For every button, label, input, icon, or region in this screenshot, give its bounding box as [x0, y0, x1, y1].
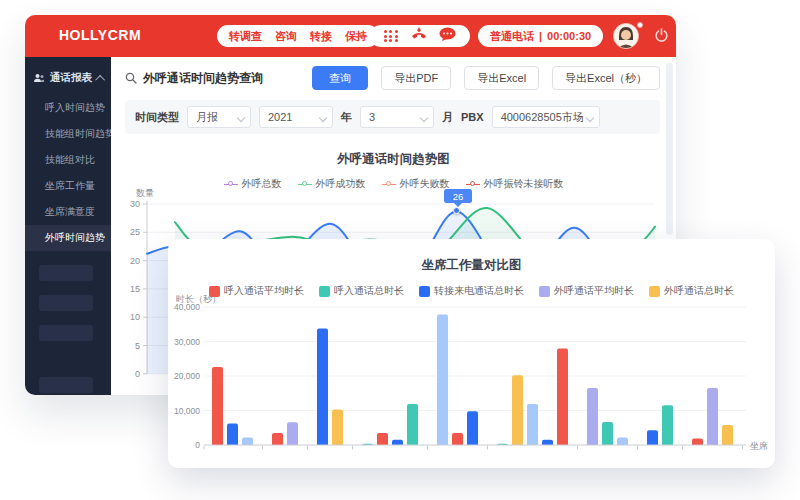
year-select[interactable]: 2021	[259, 106, 333, 128]
svg-text:坐席: 坐席	[750, 441, 768, 451]
chevron-up-icon	[95, 74, 105, 84]
sidebar-skeleton-item	[39, 265, 93, 281]
query-row: 外呼通话时间趋势查询 查询 导出PDF导出Excel导出Excel（秒）	[111, 57, 676, 98]
bar[interactable]	[272, 433, 283, 445]
tool-bar	[370, 25, 470, 47]
month-suffix-label: 月	[442, 110, 453, 125]
apps-grid-icon[interactable]	[384, 30, 399, 42]
sidebar-item-2[interactable]: 技能组对比	[25, 147, 111, 173]
year-suffix-label: 年	[341, 110, 352, 125]
bar[interactable]	[557, 348, 568, 445]
chevron-down-icon	[319, 114, 327, 122]
marked-data-point	[453, 207, 460, 214]
svg-text:时长（秒）: 时长（秒）	[176, 294, 221, 304]
app-logo: HOLLYCRM	[59, 27, 141, 43]
chevron-down-icon	[585, 114, 593, 122]
call-action-bar: 转调查咨询转接保持	[217, 25, 379, 47]
svg-text:10: 10	[130, 312, 140, 322]
export-button-2[interactable]: 导出Excel（秒）	[552, 66, 660, 90]
logout-power-icon[interactable]	[654, 28, 669, 43]
pbx-label: PBX	[461, 111, 484, 123]
svg-text:10,000: 10,000	[174, 406, 200, 416]
call-action-0[interactable]: 转调查	[229, 29, 262, 44]
bar[interactable]	[212, 367, 223, 445]
page-title: 外呼通话时间趋势查询	[143, 70, 263, 87]
sidebar: 通话报表 呼入时间趋势技能组时间趋势技能组对比坐席工作量坐席满意度外呼时间趋势	[25, 57, 111, 395]
bar[interactable]	[332, 409, 343, 445]
call-mode-label: 普通电话	[490, 29, 534, 44]
search-button[interactable]: 查询	[312, 66, 368, 90]
people-icon	[33, 73, 45, 84]
call-action-3[interactable]: 保持	[345, 29, 367, 44]
line-chart-title: 外呼通话时间趋势图	[111, 151, 676, 168]
bar[interactable]	[692, 438, 703, 445]
page-title-wrap: 外呼通话时间趋势查询	[125, 70, 299, 87]
call-state-divider: |	[539, 30, 542, 42]
bar[interactable]	[437, 315, 448, 445]
status-dot	[637, 22, 643, 28]
svg-text:20: 20	[130, 256, 140, 266]
sidebar-group-call-reports[interactable]: 通话报表	[25, 57, 111, 95]
bar[interactable]	[392, 440, 403, 445]
bar[interactable]	[662, 405, 673, 445]
call-action-1[interactable]: 咨询	[275, 29, 297, 44]
sidebar-item-1[interactable]: 技能组时间趋势	[25, 121, 111, 147]
bar[interactable]	[317, 328, 328, 445]
svg-text:20,000: 20,000	[174, 371, 200, 381]
call-action-2[interactable]: 转接	[310, 29, 332, 44]
screenshot-stage: { "topbar": { "logo": "HOLLYCRM", "actio…	[0, 0, 800, 500]
filter-bar: 时间类型 月报 2021 年 3 月 PBX 4000628505市场	[125, 100, 660, 134]
chevron-down-icon	[420, 114, 428, 122]
export-button-1[interactable]: 导出Excel	[464, 66, 539, 90]
chart-tooltip: 26	[444, 189, 472, 203]
bar[interactable]	[452, 433, 463, 445]
bar[interactable]	[242, 437, 253, 445]
bar[interactable]	[707, 388, 718, 445]
bar[interactable]	[377, 433, 388, 445]
sidebar-skeleton-item	[39, 377, 93, 393]
time-type-label: 时间类型	[135, 110, 179, 125]
svg-text:5: 5	[135, 341, 140, 351]
call-timer: 00:00:30	[547, 30, 591, 42]
svg-text:30,000: 30,000	[174, 337, 200, 347]
bar[interactable]	[287, 422, 298, 445]
bar[interactable]	[647, 430, 658, 445]
bar[interactable]	[467, 411, 478, 445]
svg-text:15: 15	[130, 284, 140, 294]
agent-workload-card: 坐席工作量对比图 呼入通话平均时长呼入通话总时长转接来电通话总时长外呼通话平均时…	[168, 239, 775, 468]
topbar: HOLLYCRM 转调查咨询转接保持 普通电话 | 00:00:30	[25, 15, 676, 57]
sidebar-item-3[interactable]: 坐席工作量	[25, 173, 111, 199]
sidebar-skeleton-item	[39, 325, 93, 341]
hangup-phone-icon[interactable]	[410, 27, 428, 45]
export-button-0[interactable]: 导出PDF	[381, 66, 451, 90]
pbx-select[interactable]: 4000628505市场	[492, 106, 600, 128]
bar[interactable]	[407, 404, 418, 445]
search-icon	[125, 72, 137, 84]
sidebar-item-5[interactable]: 外呼时间趋势	[25, 225, 111, 251]
svg-text:25: 25	[130, 227, 140, 237]
svg-text:30: 30	[130, 199, 140, 209]
scrollbar[interactable]	[666, 63, 673, 235]
user-avatar[interactable]	[613, 23, 639, 49]
bar-chart-title: 坐席工作量对比图	[168, 239, 775, 274]
bar[interactable]	[512, 375, 523, 445]
chat-icon[interactable]	[439, 27, 456, 46]
bar[interactable]	[722, 425, 733, 445]
month-select[interactable]: 3	[360, 106, 434, 128]
sidebar-group-label: 通话报表	[50, 71, 92, 85]
sidebar-item-0[interactable]: 呼入时间趋势	[25, 95, 111, 121]
bar[interactable]	[527, 404, 538, 445]
sidebar-item-4[interactable]: 坐席满意度	[25, 199, 111, 225]
call-state-pill: 普通电话 | 00:00:30	[478, 25, 603, 47]
time-type-select[interactable]: 月报	[187, 106, 251, 128]
bar[interactable]	[227, 424, 238, 445]
bar[interactable]	[542, 440, 553, 445]
bar[interactable]	[587, 388, 598, 445]
svg-text:0: 0	[135, 369, 140, 379]
chevron-down-icon	[237, 114, 245, 122]
bar-chart: 010,00020,00030,00040,000时长（秒）坐席	[168, 292, 775, 464]
bar[interactable]	[617, 437, 628, 445]
svg-text:0: 0	[195, 440, 200, 450]
bar[interactable]	[602, 422, 613, 445]
sidebar-skeleton-item	[39, 295, 93, 311]
